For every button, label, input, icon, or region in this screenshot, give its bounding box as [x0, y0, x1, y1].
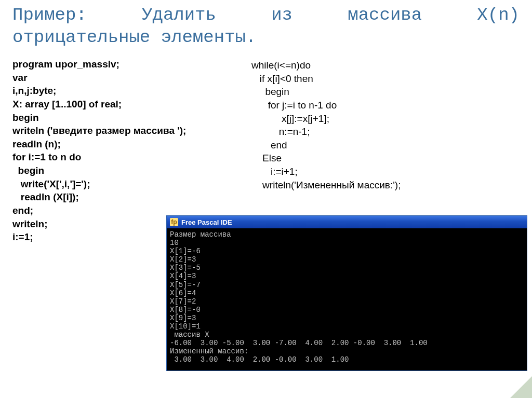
slide-title: Пример: Удалить из массива X(n) отрицате… — [0, 0, 532, 48]
console-output: Размер массива 10 X[1]=-6 X[2]=3 X[3]=-5… — [167, 228, 527, 370]
content-area: program upor_massiv; var i,n,j:byte; X: … — [0, 48, 532, 244]
window-title: Free Pascal IDE — [181, 218, 232, 226]
title-line-2: отрицательные элементы. — [12, 26, 520, 49]
app-icon: fp — [170, 218, 178, 226]
title-line-1: Пример: Удалить из массива X(n) — [12, 5, 520, 25]
page-curl-decoration — [510, 376, 532, 398]
console-window: fp Free Pascal IDE Размер массива 10 X[1… — [166, 215, 527, 371]
window-titlebar: fp Free Pascal IDE — [167, 216, 527, 228]
